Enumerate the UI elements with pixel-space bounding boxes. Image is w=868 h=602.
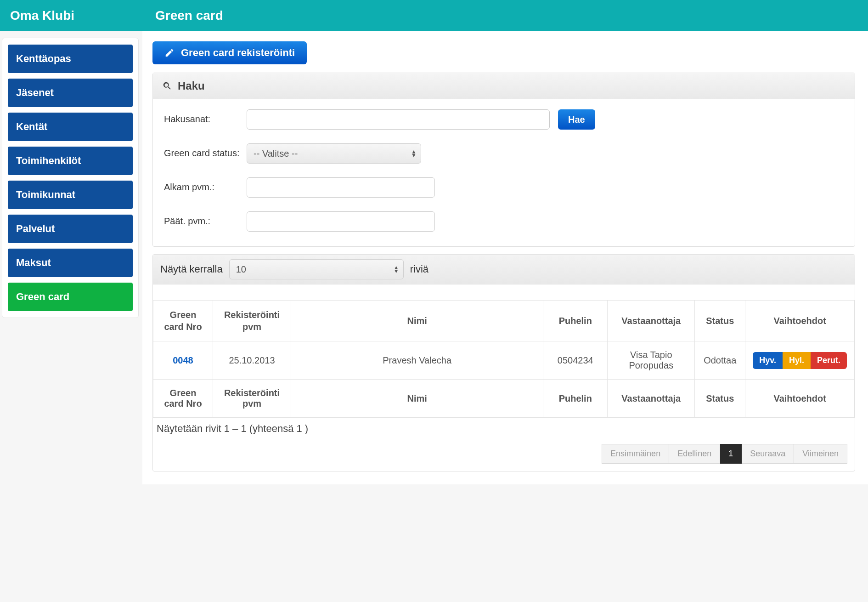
results-table: Green card Nro Rekisteröinti pvm Nimi Pu…: [153, 300, 855, 418]
cell-nro-link[interactable]: 0048: [153, 341, 213, 380]
pagination: Ensimmäinen Edellinen 1 Seuraava Viimein…: [153, 439, 855, 471]
sidebar-item-greencard[interactable]: Green card: [8, 283, 133, 311]
page-title: Green card: [142, 0, 868, 31]
status-label: Green card status:: [164, 143, 247, 159]
col-status[interactable]: Status: [695, 301, 745, 341]
foot-phone: Puhelin: [543, 380, 608, 418]
cell-receiver: Visa Tapio Poropudas: [608, 341, 695, 380]
end-date-label: Päät. pvm.:: [164, 211, 247, 227]
page-size-suffix: riviä: [410, 263, 428, 275]
cell-phone: 0504234: [543, 341, 608, 380]
results-info: Näytetään rivit 1 – 1 (yhteensä 1 ): [153, 418, 855, 439]
sidebar-item-toimihenkilot[interactable]: Toimihenkilöt: [8, 147, 133, 175]
register-button-label: Green card rekisteröinti: [181, 47, 295, 59]
end-date-input[interactable]: [247, 211, 435, 232]
register-button[interactable]: Green card rekisteröinti: [152, 41, 307, 64]
results-panel: Näytä kerralla 10 ▲▼ riviä Green card Nr…: [152, 254, 855, 471]
foot-reg: Rekisteröinti pvm: [213, 380, 291, 418]
sidebar-title: Oma Klubi: [0, 0, 142, 31]
foot-options: Vaihtoehdot: [745, 380, 855, 418]
sidebar-item-jasenet[interactable]: Jäsenet: [8, 79, 133, 107]
sidebar-item-kenttaopas[interactable]: Kenttäopas: [8, 45, 133, 73]
col-name[interactable]: Nimi: [291, 301, 543, 341]
table-row: 0048 25.10.2013 Pravesh Valecha 0504234 …: [153, 341, 855, 380]
cell-name: Pravesh Valecha: [291, 341, 543, 380]
approve-button[interactable]: Hyv.: [753, 352, 783, 369]
pager-prev[interactable]: Edellinen: [669, 444, 720, 464]
foot-nro: Green card Nro: [153, 380, 213, 418]
sidebar-nav: Kenttäopas Jäsenet Kentät Toimihenkilöt …: [2, 38, 139, 318]
start-date-input[interactable]: [247, 177, 435, 198]
pencil-icon: [164, 48, 175, 58]
pager-first[interactable]: Ensimmäinen: [602, 444, 669, 464]
col-reg[interactable]: Rekisteröinti pvm: [213, 301, 291, 341]
col-nro[interactable]: Green card Nro: [153, 301, 213, 341]
search-icon: [162, 81, 172, 91]
search-button[interactable]: Hae: [558, 109, 595, 130]
search-panel-title: Haku: [178, 80, 205, 92]
sidebar-item-toimikunnat[interactable]: Toimikunnat: [8, 181, 133, 209]
foot-receiver: Vastaanottaja: [608, 380, 695, 418]
cell-status: Odottaa: [695, 341, 745, 380]
search-panel: Haku Hakusanat: Hae Green card status: -…: [152, 73, 855, 247]
keywords-label: Hakusanat:: [164, 109, 247, 125]
start-date-label: Alkam pvm.:: [164, 177, 247, 193]
page-size-select[interactable]: 10: [229, 259, 404, 279]
col-receiver[interactable]: Vastaanottaja: [608, 301, 695, 341]
sidebar-item-kentat[interactable]: Kentät: [8, 113, 133, 141]
cell-reg: 25.10.2013: [213, 341, 291, 380]
sidebar-item-palvelut[interactable]: Palvelut: [8, 215, 133, 243]
reject-button[interactable]: Hyl.: [783, 352, 811, 369]
col-options[interactable]: Vaihtoehdot: [745, 301, 855, 341]
page-size-prefix: Näytä kerralla: [160, 263, 223, 275]
sidebar-item-maksut[interactable]: Maksut: [8, 249, 133, 277]
cancel-button[interactable]: Perut.: [811, 352, 847, 369]
pager-next[interactable]: Seuraava: [742, 444, 794, 464]
foot-status: Status: [695, 380, 745, 418]
pager-last[interactable]: Viimeinen: [794, 444, 847, 464]
keywords-input[interactable]: [247, 109, 550, 130]
status-select[interactable]: -- Valitse --: [247, 143, 421, 164]
cell-options: Hyv. Hyl. Perut.: [745, 341, 855, 380]
pager-current[interactable]: 1: [720, 444, 742, 464]
col-phone[interactable]: Puhelin: [543, 301, 608, 341]
foot-name: Nimi: [291, 380, 543, 418]
